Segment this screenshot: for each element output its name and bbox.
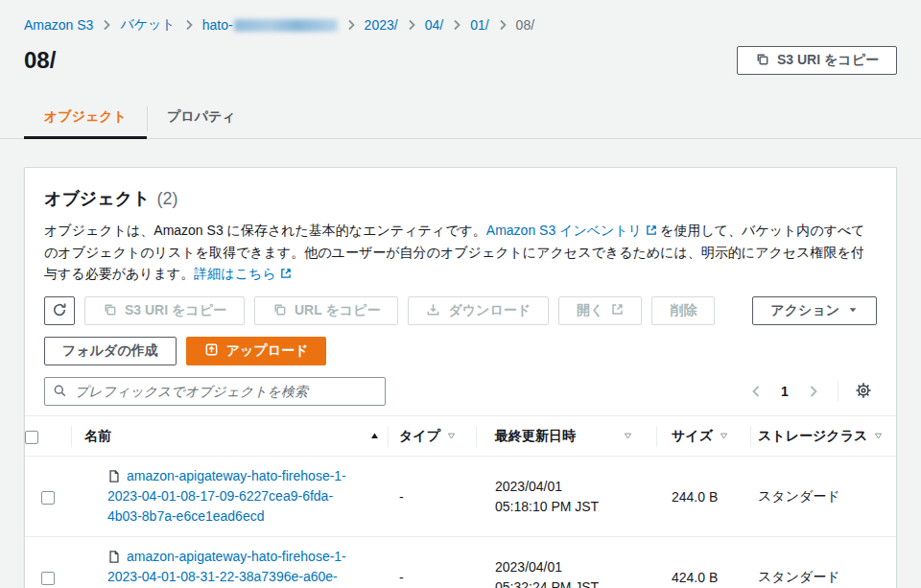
breadcrumb-2023[interactable]: 2023/: [365, 17, 398, 33]
table-row: amazon-apigateway-hato-firehose-1-2023-0…: [25, 537, 896, 588]
last-modified-column-label: 最終更新日時: [495, 428, 576, 445]
breadcrumb-01[interactable]: 01/: [470, 17, 488, 33]
actions-menu-button[interactable]: アクション: [752, 296, 877, 325]
breadcrumb-bucket-name[interactable]: hato-: [202, 17, 338, 33]
upload-icon: [204, 342, 219, 360]
storage-class-column-label: ストレージクラス: [758, 428, 867, 445]
objects-panel: オブジェクト (2) オブジェクトは、Amazon S3 に保存された基本的なエ…: [24, 167, 897, 588]
filter-down-icon: [719, 431, 729, 441]
filter-down-icon: [446, 431, 457, 441]
copy-icon: [755, 52, 769, 69]
download-label: ダウンロード: [448, 302, 531, 319]
external-link-icon: [611, 303, 624, 318]
breadcrumb-amazon-s3[interactable]: Amazon S3: [24, 17, 93, 33]
column-header-storage-class[interactable]: ストレージクラス: [750, 416, 896, 457]
object-storage-class: スタンダード: [750, 537, 896, 588]
search-input[interactable]: [44, 377, 386, 406]
column-header-type[interactable]: タイプ: [388, 416, 476, 457]
row-checkbox[interactable]: [41, 491, 55, 505]
s3-inventory-link[interactable]: Amazon S3 インベントリ: [486, 223, 642, 238]
gear-icon: [855, 382, 872, 402]
name-column-label: 名前: [84, 428, 111, 445]
column-header-last-modified[interactable]: 最終更新日時: [476, 416, 656, 457]
object-size: 424.0 B: [656, 537, 750, 588]
copy-icon: [272, 302, 287, 319]
delete-button[interactable]: 削除: [651, 296, 715, 325]
panel-description: オブジェクトは、Amazon S3 に保存された基本的なエンティティです。Ama…: [44, 220, 877, 285]
breadcrumb-04[interactable]: 04/: [425, 17, 443, 33]
panel-title: オブジェクト: [44, 187, 151, 210]
copy-s3-uri-label: S3 URI をコピー: [125, 302, 226, 319]
learn-more-link[interactable]: 詳細はこちら: [194, 266, 275, 281]
filter-down-icon: [873, 431, 884, 441]
s3-console-page: Amazon S3 バケット hato- 2023/ 04/ 01/ 08/ 0…: [0, 0, 921, 588]
object-last-modified: 2023/04/01 05:32:24 PM JST: [476, 537, 656, 588]
pagination: 1: [744, 378, 877, 405]
chevron-right-icon: [498, 19, 508, 31]
object-name-link[interactable]: amazon-apigateway-hato-firehose-1-2023-0…: [107, 466, 365, 527]
bucket-name-prefix: hato-: [202, 17, 233, 33]
refresh-icon: [52, 302, 67, 320]
previous-page-button[interactable]: [744, 379, 768, 404]
column-header-name[interactable]: 名前: [71, 416, 388, 457]
filter-down-icon: [623, 431, 633, 441]
breadcrumb: Amazon S3 バケット hato- 2023/ 04/ 01/ 08/: [0, 0, 921, 34]
tab-bar: オブジェクト プロパティ: [0, 100, 921, 139]
column-header-size[interactable]: サイズ: [656, 416, 750, 457]
upload-button[interactable]: アップロード: [186, 337, 327, 365]
table-header-row: 名前 タイプ 最終更新日時: [25, 416, 896, 457]
refresh-button[interactable]: [44, 296, 75, 325]
description-text-1: オブジェクトは、Amazon S3 に保存された基本的なエンティティです。: [44, 223, 486, 238]
breadcrumb-current-08: 08/: [516, 17, 534, 33]
open-label: 開く: [577, 302, 603, 319]
object-name-text: amazon-apigateway-hato-firehose-1-2023-0…: [107, 549, 346, 588]
object-count: (2): [157, 189, 178, 209]
copy-s3-uri-header-button[interactable]: S3 URI をコピー: [737, 46, 897, 75]
search-box: [44, 377, 386, 406]
size-column-label: サイズ: [672, 428, 713, 445]
create-folder-label: フォルダの作成: [62, 342, 158, 360]
type-column-label: タイプ: [399, 428, 440, 445]
divider: [838, 381, 838, 402]
file-icon: [107, 550, 121, 564]
upload-label: アップロード: [226, 342, 309, 360]
chevron-right-icon: [452, 19, 461, 31]
object-type: -: [388, 537, 476, 588]
external-link-icon: [280, 264, 292, 285]
open-button[interactable]: 開く: [558, 296, 642, 325]
external-link-icon: [646, 221, 657, 242]
chevron-right-icon: [184, 19, 194, 31]
download-button[interactable]: ダウンロード: [408, 296, 549, 325]
object-actions-toolbar: S3 URI をコピー URL をコピー ダウンロード 開く 削除: [44, 296, 877, 325]
breadcrumb-buckets[interactable]: バケット: [120, 16, 175, 34]
object-name-text: amazon-apigateway-hato-firehose-1-2023-0…: [107, 468, 346, 524]
sort-ascending-icon: [369, 431, 380, 441]
create-folder-button[interactable]: フォルダの作成: [44, 337, 177, 365]
copy-s3-uri-button[interactable]: S3 URI をコピー: [84, 296, 245, 325]
chevron-right-icon: [407, 19, 416, 31]
preferences-gear-button[interactable]: [850, 378, 877, 405]
chevron-right-icon: [346, 19, 356, 31]
bucket-name-redacted: [234, 19, 338, 32]
chevron-right-icon: [102, 19, 111, 31]
object-type: -: [388, 457, 476, 537]
copy-icon: [103, 302, 117, 319]
download-icon: [426, 302, 440, 319]
file-icon: [107, 469, 121, 483]
caret-down-icon: [847, 303, 859, 318]
current-page-number: 1: [772, 384, 797, 399]
object-last-modified: 2023/04/01 05:18:10 PM JST: [476, 457, 656, 537]
copy-url-label: URL をコピー: [295, 302, 380, 319]
page-title: 08/: [24, 47, 56, 74]
actions-label: アクション: [770, 302, 839, 319]
next-page-button[interactable]: [801, 379, 826, 404]
objects-table: 名前 タイプ 最終更新日時: [25, 415, 896, 588]
copy-url-button[interactable]: URL をコピー: [254, 296, 398, 325]
row-checkbox[interactable]: [41, 572, 55, 585]
object-name-link[interactable]: amazon-apigateway-hato-firehose-1-2023-0…: [107, 547, 365, 588]
tab-properties[interactable]: プロパティ: [147, 100, 256, 139]
select-all-header: [25, 416, 71, 457]
tab-objects[interactable]: オブジェクト: [24, 100, 147, 139]
table-row: amazon-apigateway-hato-firehose-1-2023-0…: [25, 457, 896, 537]
select-all-checkbox[interactable]: [25, 431, 38, 444]
